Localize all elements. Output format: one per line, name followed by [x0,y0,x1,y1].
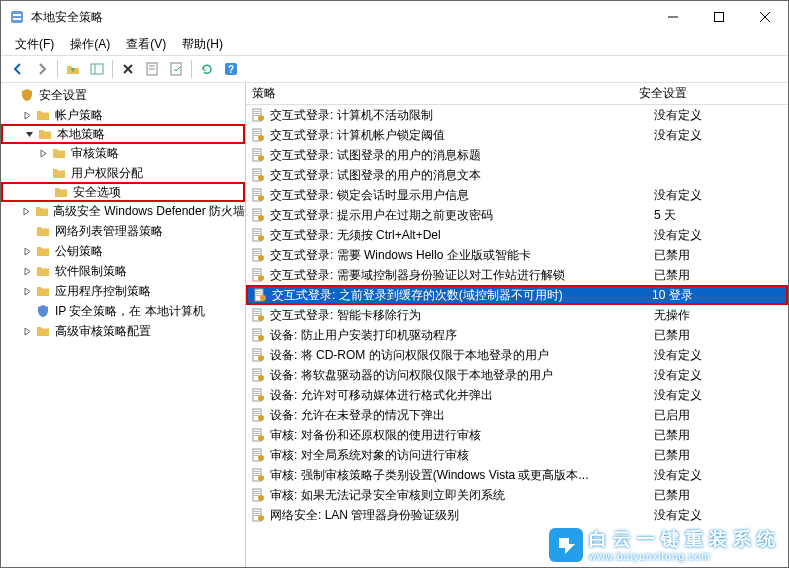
folder-icon [35,323,51,339]
policy-row[interactable]: 交互式登录: 无须按 Ctrl+Alt+Del没有定义 [246,225,788,245]
tree-pane[interactable]: 安全设置 帐户策略本地策略审核策略用户权限分配安全选项高级安全 Windows … [1,83,246,567]
column-policy[interactable]: 策略 [246,85,633,102]
policy-row[interactable]: 设备: 允许对可移动媒体进行格式化并弹出没有定义 [246,385,788,405]
policy-row[interactable]: 审核: 对备份和还原权限的使用进行审核已禁用 [246,425,788,445]
refresh-button[interactable] [196,58,218,80]
menu-view[interactable]: 查看(V) [118,34,174,55]
tree-label: 高级安全 Windows Defender 防火墙 [53,203,245,220]
policy-row[interactable]: 交互式登录: 需要域控制器身份验证以对工作站进行解锁已禁用 [246,265,788,285]
svg-rect-106 [254,471,260,472]
back-button[interactable] [7,58,29,80]
tree-item[interactable]: 高级审核策略配置 [1,321,245,341]
policy-row[interactable]: 设备: 允许在未登录的情况下弹出已启用 [246,405,788,425]
show-hide-tree-button[interactable] [86,58,108,80]
toolbar: ? [1,55,788,83]
folder-icon [35,303,51,319]
svg-rect-112 [254,493,260,494]
properties-button[interactable] [141,58,163,80]
tree-item[interactable]: 帐户策略 [1,105,245,125]
policy-row[interactable]: 交互式登录: 之前登录到缓存的次数(域控制器不可用时)10 登录 [246,285,788,305]
policy-icon [250,107,266,123]
watermark-text: 白云一键重装系统 www.baiyunxitong.com [589,527,781,562]
menu-action[interactable]: 操作(A) [62,34,118,55]
help-button[interactable]: ? [220,58,242,80]
expander-icon[interactable] [37,167,49,179]
policy-name: 设备: 允许在未登录的情况下弹出 [270,407,648,424]
close-button[interactable] [742,1,788,33]
export-button[interactable] [165,58,187,80]
window-controls [650,1,788,33]
policy-row[interactable]: 设备: 将 CD-ROM 的访问权限仅限于本地登录的用户没有定义 [246,345,788,365]
menu-help[interactable]: 帮助(H) [174,34,231,55]
policy-row[interactable]: 交互式登录: 试图登录的用户的消息文本 [246,165,788,185]
policy-row[interactable]: 交互式登录: 锁定会话时显示用户信息没有定义 [246,185,788,205]
policy-row[interactable]: 交互式登录: 提示用户在过期之前更改密码5 天 [246,205,788,225]
expander-icon[interactable] [23,128,35,140]
column-setting[interactable]: 安全设置 [633,85,788,102]
expander-icon[interactable] [21,109,33,121]
svg-rect-62 [256,293,262,294]
expander-icon[interactable] [39,186,51,198]
policy-name: 交互式登录: 试图登录的用户的消息标题 [270,147,648,164]
expander-icon[interactable] [37,147,49,159]
minimize-button[interactable] [650,1,696,33]
policy-row[interactable]: 交互式登录: 计算机不活动限制没有定义 [246,105,788,125]
forward-button[interactable] [31,58,53,80]
expander-icon[interactable] [21,225,33,237]
security-icon [19,87,35,103]
svg-rect-22 [254,133,260,134]
policy-name: 审核: 对全局系统对象的访问进行审核 [270,447,648,464]
policy-name: 交互式登录: 无须按 Ctrl+Alt+Del [270,227,648,244]
svg-point-119 [258,515,264,521]
tree-item[interactable]: 审核策略 [1,143,245,163]
menu-file[interactable]: 文件(F) [7,34,62,55]
svg-rect-46 [254,231,260,232]
expander-icon[interactable] [21,205,32,217]
policy-row[interactable]: 审核: 对全局系统对象的访问进行审核已禁用 [246,445,788,465]
policy-row[interactable]: 审核: 强制审核策略子类别设置(Windows Vista 或更高版本...没有… [246,465,788,485]
tree-item[interactable]: 公钥策略 [1,241,245,261]
expander-icon[interactable] [21,305,33,317]
svg-rect-52 [254,253,260,254]
tree-item[interactable]: 用户权限分配 [1,163,245,183]
toolbar-separator [57,60,58,78]
tree-item[interactable]: 软件限制策略 [1,261,245,281]
maximize-button[interactable] [696,1,742,33]
policy-row[interactable]: 网络安全: LAN 管理器身份验证级别没有定义 [246,505,788,525]
policy-row[interactable]: 设备: 将软盘驱动器的访问权限仅限于本地登录的用户没有定义 [246,365,788,385]
policy-row[interactable]: 交互式登录: 试图登录的用户的消息标题 [246,145,788,165]
policy-row[interactable]: 设备: 防止用户安装打印机驱动程序已禁用 [246,325,788,345]
policy-name: 设备: 防止用户安装打印机驱动程序 [270,327,648,344]
svg-rect-87 [254,393,260,394]
svg-point-54 [258,255,264,261]
svg-point-34 [258,175,264,181]
policy-row[interactable]: 审核: 如果无法记录安全审核则立即关闭系统已禁用 [246,485,788,505]
policy-name: 交互式登录: 需要域控制器身份验证以对工作站进行解锁 [270,267,648,284]
policy-row[interactable]: 交互式登录: 智能卡移除行为无操作 [246,305,788,325]
svg-rect-86 [254,391,260,392]
policy-icon [250,367,266,383]
list-body[interactable]: 交互式登录: 计算机不活动限制没有定义交互式登录: 计算机帐户锁定阈值没有定义交… [246,105,788,567]
svg-point-99 [258,435,264,441]
tree-item[interactable]: 本地策略 [1,124,245,144]
watermark: 白云一键重装系统 www.baiyunxitong.com [549,527,781,562]
svg-rect-111 [254,491,260,492]
tree-item[interactable]: 网络列表管理器策略 [1,221,245,241]
tree-item[interactable]: IP 安全策略，在 本地计算机 [1,301,245,321]
expander-icon[interactable] [21,325,33,337]
policy-name: 交互式登录: 智能卡移除行为 [270,307,648,324]
tree-item[interactable]: 应用程序控制策略 [1,281,245,301]
expander-icon[interactable] [21,285,33,297]
policy-name: 交互式登录: 之前登录到缓存的次数(域控制器不可用时) [272,287,646,304]
policy-row[interactable]: 交互式登录: 需要 Windows Hello 企业版或智能卡已禁用 [246,245,788,265]
tree-item[interactable]: 安全选项 [1,182,245,202]
expander-icon[interactable] [21,245,33,257]
tree-root[interactable]: 安全设置 [1,85,245,105]
expander-icon[interactable] [21,265,33,277]
delete-button[interactable] [117,58,139,80]
svg-point-89 [258,395,264,401]
tree-item[interactable]: 高级安全 Windows Defender 防火墙 [1,201,245,221]
up-button[interactable] [62,58,84,80]
svg-rect-77 [254,353,260,354]
policy-row[interactable]: 交互式登录: 计算机帐户锁定阈值没有定义 [246,125,788,145]
